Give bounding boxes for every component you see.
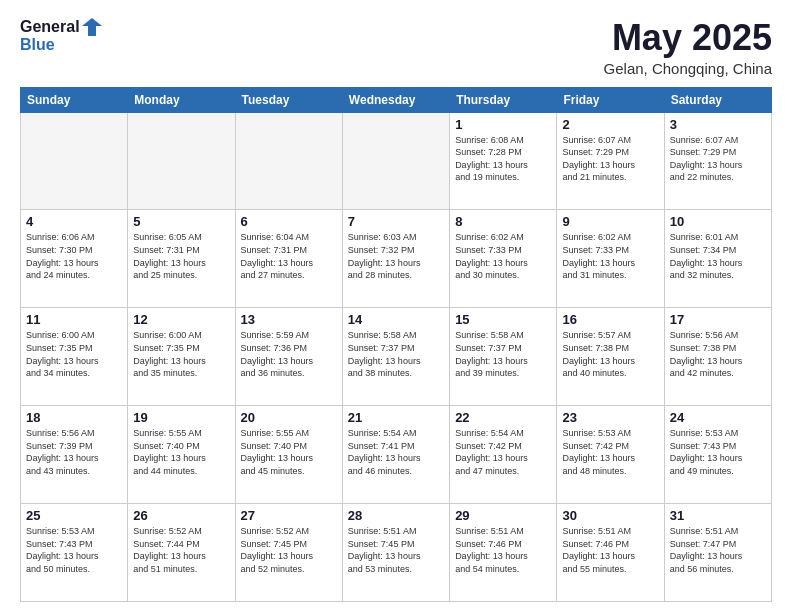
calendar-cell: 17Sunrise: 5:56 AMSunset: 7:38 PMDayligh… bbox=[664, 308, 771, 406]
calendar-header-tuesday: Tuesday bbox=[235, 87, 342, 112]
calendar-cell: 8Sunrise: 6:02 AMSunset: 7:33 PMDaylight… bbox=[450, 210, 557, 308]
day-info: Sunrise: 5:53 AMSunset: 7:43 PMDaylight:… bbox=[670, 427, 766, 477]
day-info: Sunrise: 6:07 AMSunset: 7:29 PMDaylight:… bbox=[670, 134, 766, 184]
day-number: 14 bbox=[348, 312, 444, 327]
calendar-cell: 18Sunrise: 5:56 AMSunset: 7:39 PMDayligh… bbox=[21, 406, 128, 504]
day-info: Sunrise: 5:53 AMSunset: 7:42 PMDaylight:… bbox=[562, 427, 658, 477]
day-info: Sunrise: 5:58 AMSunset: 7:37 PMDaylight:… bbox=[348, 329, 444, 379]
day-info: Sunrise: 5:58 AMSunset: 7:37 PMDaylight:… bbox=[455, 329, 551, 379]
day-info: Sunrise: 5:56 AMSunset: 7:38 PMDaylight:… bbox=[670, 329, 766, 379]
calendar-cell: 28Sunrise: 5:51 AMSunset: 7:45 PMDayligh… bbox=[342, 504, 449, 602]
day-number: 29 bbox=[455, 508, 551, 523]
location: Gelan, Chongqing, China bbox=[604, 60, 772, 77]
day-number: 10 bbox=[670, 214, 766, 229]
day-info: Sunrise: 5:51 AMSunset: 7:46 PMDaylight:… bbox=[562, 525, 658, 575]
day-number: 8 bbox=[455, 214, 551, 229]
calendar-cell: 25Sunrise: 5:53 AMSunset: 7:43 PMDayligh… bbox=[21, 504, 128, 602]
day-info: Sunrise: 5:53 AMSunset: 7:43 PMDaylight:… bbox=[26, 525, 122, 575]
day-info: Sunrise: 6:05 AMSunset: 7:31 PMDaylight:… bbox=[133, 231, 229, 281]
calendar-cell: 5Sunrise: 6:05 AMSunset: 7:31 PMDaylight… bbox=[128, 210, 235, 308]
day-number: 9 bbox=[562, 214, 658, 229]
day-info: Sunrise: 6:01 AMSunset: 7:34 PMDaylight:… bbox=[670, 231, 766, 281]
day-number: 27 bbox=[241, 508, 337, 523]
logo: GeneralBlue bbox=[20, 18, 102, 54]
day-number: 6 bbox=[241, 214, 337, 229]
day-number: 22 bbox=[455, 410, 551, 425]
day-info: Sunrise: 5:52 AMSunset: 7:45 PMDaylight:… bbox=[241, 525, 337, 575]
day-number: 5 bbox=[133, 214, 229, 229]
day-number: 19 bbox=[133, 410, 229, 425]
day-info: Sunrise: 6:00 AMSunset: 7:35 PMDaylight:… bbox=[133, 329, 229, 379]
calendar-week-2: 4Sunrise: 6:06 AMSunset: 7:30 PMDaylight… bbox=[21, 210, 772, 308]
month-title: May 2025 bbox=[604, 18, 772, 58]
day-number: 1 bbox=[455, 117, 551, 132]
calendar-cell: 24Sunrise: 5:53 AMSunset: 7:43 PMDayligh… bbox=[664, 406, 771, 504]
day-info: Sunrise: 6:07 AMSunset: 7:29 PMDaylight:… bbox=[562, 134, 658, 184]
calendar-header-wednesday: Wednesday bbox=[342, 87, 449, 112]
calendar-cell: 14Sunrise: 5:58 AMSunset: 7:37 PMDayligh… bbox=[342, 308, 449, 406]
day-info: Sunrise: 5:51 AMSunset: 7:45 PMDaylight:… bbox=[348, 525, 444, 575]
day-info: Sunrise: 5:54 AMSunset: 7:42 PMDaylight:… bbox=[455, 427, 551, 477]
calendar-week-3: 11Sunrise: 6:00 AMSunset: 7:35 PMDayligh… bbox=[21, 308, 772, 406]
day-info: Sunrise: 5:54 AMSunset: 7:41 PMDaylight:… bbox=[348, 427, 444, 477]
day-number: 30 bbox=[562, 508, 658, 523]
calendar-cell: 12Sunrise: 6:00 AMSunset: 7:35 PMDayligh… bbox=[128, 308, 235, 406]
day-info: Sunrise: 6:08 AMSunset: 7:28 PMDaylight:… bbox=[455, 134, 551, 184]
day-number: 17 bbox=[670, 312, 766, 327]
calendar-cell bbox=[342, 112, 449, 210]
day-info: Sunrise: 5:52 AMSunset: 7:44 PMDaylight:… bbox=[133, 525, 229, 575]
day-number: 20 bbox=[241, 410, 337, 425]
calendar-cell: 21Sunrise: 5:54 AMSunset: 7:41 PMDayligh… bbox=[342, 406, 449, 504]
calendar-cell: 2Sunrise: 6:07 AMSunset: 7:29 PMDaylight… bbox=[557, 112, 664, 210]
calendar-header-sunday: Sunday bbox=[21, 87, 128, 112]
calendar-table: SundayMondayTuesdayWednesdayThursdayFrid… bbox=[20, 87, 772, 602]
calendar-cell: 7Sunrise: 6:03 AMSunset: 7:32 PMDaylight… bbox=[342, 210, 449, 308]
calendar-cell bbox=[235, 112, 342, 210]
calendar-cell: 10Sunrise: 6:01 AMSunset: 7:34 PMDayligh… bbox=[664, 210, 771, 308]
calendar-week-1: 1Sunrise: 6:08 AMSunset: 7:28 PMDaylight… bbox=[21, 112, 772, 210]
calendar-header-thursday: Thursday bbox=[450, 87, 557, 112]
calendar-cell: 27Sunrise: 5:52 AMSunset: 7:45 PMDayligh… bbox=[235, 504, 342, 602]
calendar-cell: 16Sunrise: 5:57 AMSunset: 7:38 PMDayligh… bbox=[557, 308, 664, 406]
calendar-header-friday: Friday bbox=[557, 87, 664, 112]
day-number: 4 bbox=[26, 214, 122, 229]
day-number: 12 bbox=[133, 312, 229, 327]
day-number: 3 bbox=[670, 117, 766, 132]
day-number: 31 bbox=[670, 508, 766, 523]
calendar-cell: 31Sunrise: 5:51 AMSunset: 7:47 PMDayligh… bbox=[664, 504, 771, 602]
day-info: Sunrise: 5:55 AMSunset: 7:40 PMDaylight:… bbox=[133, 427, 229, 477]
day-info: Sunrise: 6:02 AMSunset: 7:33 PMDaylight:… bbox=[562, 231, 658, 281]
day-number: 16 bbox=[562, 312, 658, 327]
day-info: Sunrise: 6:03 AMSunset: 7:32 PMDaylight:… bbox=[348, 231, 444, 281]
calendar-header-monday: Monday bbox=[128, 87, 235, 112]
day-number: 11 bbox=[26, 312, 122, 327]
calendar-cell: 9Sunrise: 6:02 AMSunset: 7:33 PMDaylight… bbox=[557, 210, 664, 308]
calendar-cell: 22Sunrise: 5:54 AMSunset: 7:42 PMDayligh… bbox=[450, 406, 557, 504]
svg-marker-0 bbox=[82, 18, 102, 36]
day-info: Sunrise: 6:02 AMSunset: 7:33 PMDaylight:… bbox=[455, 231, 551, 281]
day-info: Sunrise: 5:51 AMSunset: 7:46 PMDaylight:… bbox=[455, 525, 551, 575]
calendar-cell: 19Sunrise: 5:55 AMSunset: 7:40 PMDayligh… bbox=[128, 406, 235, 504]
day-info: Sunrise: 6:04 AMSunset: 7:31 PMDaylight:… bbox=[241, 231, 337, 281]
calendar-cell: 30Sunrise: 5:51 AMSunset: 7:46 PMDayligh… bbox=[557, 504, 664, 602]
day-number: 24 bbox=[670, 410, 766, 425]
day-number: 18 bbox=[26, 410, 122, 425]
day-number: 25 bbox=[26, 508, 122, 523]
day-number: 13 bbox=[241, 312, 337, 327]
day-info: Sunrise: 6:00 AMSunset: 7:35 PMDaylight:… bbox=[26, 329, 122, 379]
calendar-cell: 15Sunrise: 5:58 AMSunset: 7:37 PMDayligh… bbox=[450, 308, 557, 406]
day-number: 28 bbox=[348, 508, 444, 523]
day-info: Sunrise: 5:57 AMSunset: 7:38 PMDaylight:… bbox=[562, 329, 658, 379]
day-info: Sunrise: 6:06 AMSunset: 7:30 PMDaylight:… bbox=[26, 231, 122, 281]
day-info: Sunrise: 5:55 AMSunset: 7:40 PMDaylight:… bbox=[241, 427, 337, 477]
calendar-header-saturday: Saturday bbox=[664, 87, 771, 112]
day-number: 21 bbox=[348, 410, 444, 425]
calendar-cell: 6Sunrise: 6:04 AMSunset: 7:31 PMDaylight… bbox=[235, 210, 342, 308]
day-number: 23 bbox=[562, 410, 658, 425]
calendar-cell: 23Sunrise: 5:53 AMSunset: 7:42 PMDayligh… bbox=[557, 406, 664, 504]
day-info: Sunrise: 5:56 AMSunset: 7:39 PMDaylight:… bbox=[26, 427, 122, 477]
calendar-week-5: 25Sunrise: 5:53 AMSunset: 7:43 PMDayligh… bbox=[21, 504, 772, 602]
day-number: 2 bbox=[562, 117, 658, 132]
calendar-cell bbox=[128, 112, 235, 210]
page: GeneralBlue May 2025 Gelan, Chongqing, C… bbox=[0, 0, 792, 612]
